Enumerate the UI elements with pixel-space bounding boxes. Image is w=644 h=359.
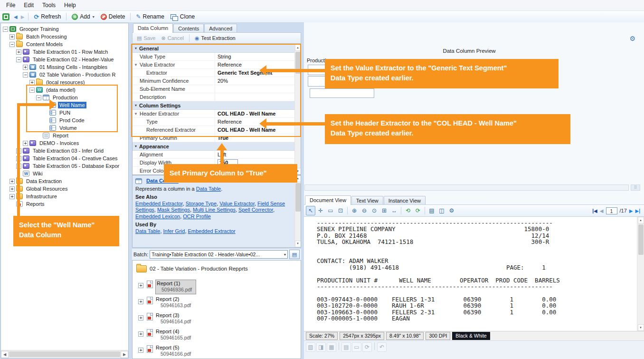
preview-horizontal-scrollbar[interactable]: [304, 184, 629, 191]
tree-expander-icon[interactable]: +: [29, 80, 35, 85]
property-category[interactable]: ▼Appearance: [133, 142, 294, 151]
scrollbar-thumb[interactable]: [9, 351, 120, 357]
settings-wrench-icon[interactable]: ⚙: [629, 35, 635, 42]
scrollbar-thumb[interactable]: [295, 183, 301, 212]
batch-document-item[interactable]: +Report (5)50946166.pdf: [133, 345, 301, 359]
pan-tool-icon[interactable]: ✛: [316, 206, 325, 215]
tab-data-column[interactable]: Data Column: [133, 23, 173, 33]
tree-expander-icon[interactable]: +: [138, 283, 143, 288]
tree-expander-icon[interactable]: +: [9, 34, 15, 39]
zoom-out-icon[interactable]: ⊖: [360, 206, 369, 215]
help-link-data-table[interactable]: Data Table: [135, 228, 160, 234]
forward-icon[interactable]: ▶: [19, 14, 26, 19]
property-category[interactable]: ▼Column Settings: [133, 101, 294, 110]
help-link-data-table[interactable]: Data Table: [196, 186, 221, 192]
tree-node[interactable]: −02 Table Variation - Production R: [1, 71, 127, 78]
help-link-ocr-profile[interactable]: OCR Profile: [183, 213, 211, 219]
tree-expander-icon[interactable]: +: [9, 186, 15, 192]
help-link-storage-type[interactable]: Storage Type: [186, 201, 217, 206]
help-link-embedded-lexicon[interactable]: Embedded Lexicon: [135, 213, 180, 219]
zoom-actual-size-icon[interactable]: ⊙: [369, 206, 379, 215]
tab-advanced[interactable]: Advanced: [204, 24, 237, 33]
scroll-up-icon[interactable]: ▲: [638, 217, 644, 223]
batch-document-item[interactable]: +Report (3)50946164.pdf: [133, 312, 301, 329]
property-value[interactable]: COL HEAD - Well Name: [215, 110, 294, 117]
property-row[interactable]: Value TypeString: [133, 53, 294, 61]
tree-expander-icon[interactable]: −: [16, 57, 21, 62]
help-link-multi-line-settings[interactable]: Multi Line Settings: [193, 207, 236, 213]
add-button[interactable]: Add ▾: [69, 12, 97, 21]
zoom-fit-width-icon[interactable]: ↔: [389, 206, 399, 215]
tree-expander-icon[interactable]: +: [23, 65, 28, 70]
tab-contents[interactable]: Contents: [173, 24, 204, 33]
tree-expander-icon[interactable]: −: [3, 27, 8, 32]
property-row[interactable]: ▼Header ExtractorCOL HEAD - Well Name: [133, 110, 294, 118]
splitter-grip-icon[interactable]: ⁞⁞: [631, 184, 640, 191]
help-scrollbar[interactable]: ▲ ▼: [294, 175, 301, 247]
scrollbar-thumb[interactable]: [638, 224, 644, 255]
tree-expander-icon[interactable]: +: [138, 315, 143, 320]
undo-icon[interactable]: ↶: [377, 342, 387, 352]
tree-expander-icon[interactable]: −: [29, 87, 35, 93]
property-row[interactable]: Primary ColumnTrue: [133, 134, 294, 142]
page-number-input[interactable]: 1: [606, 207, 617, 214]
batch-document-item[interactable]: +Report (2)50946163.pdf: [133, 296, 301, 312]
property-value[interactable]: [215, 93, 294, 101]
batch-folder-row[interactable]: 02 - Table Variation - Production Repprt…: [133, 261, 301, 274]
save-button[interactable]: ▤ Save: [134, 34, 158, 42]
tree-node[interactable]: −Grooper Training: [1, 25, 127, 33]
zoom-in-icon[interactable]: ⊕: [350, 206, 359, 215]
help-link-embedded-extractor[interactable]: Embedded Extractor: [188, 228, 236, 234]
tree-expander-icon[interactable]: +: [9, 194, 15, 199]
help-link-embedded-extractor[interactable]: Embedded Extractor: [135, 201, 183, 206]
tree-expander-icon[interactable]: −: [36, 95, 41, 100]
menu-file[interactable]: File: [2, 1, 19, 10]
document-scrollbar[interactable]: ▲ ▼: [637, 217, 644, 331]
rename-button[interactable]: ✎ Rename: [133, 12, 167, 21]
tree-expander-icon[interactable]: +: [23, 141, 28, 146]
tree-expander-icon[interactable]: −: [9, 42, 15, 47]
deskew-icon[interactable]: ▦: [327, 342, 336, 352]
help-link-value-extractor[interactable]: Value Extractor: [219, 201, 255, 206]
property-row[interactable]: Sub-Element Name: [133, 85, 294, 93]
tree-node[interactable]: +Batch Processing: [1, 33, 127, 40]
select-region-tool-icon[interactable]: ▭: [326, 206, 335, 215]
property-value[interactable]: Left: [215, 151, 294, 158]
tab-document-view[interactable]: Document View: [305, 195, 351, 205]
help-link-spell-corrector[interactable]: Spell Corrector: [238, 207, 273, 213]
help-link-infer-grid[interactable]: Infer Grid: [163, 228, 185, 234]
back-icon[interactable]: ◀: [12, 14, 19, 19]
menu-help[interactable]: Help: [60, 1, 80, 10]
tab-instance-view[interactable]: Instance View: [384, 196, 426, 205]
despeckle-icon[interactable]: ◨: [316, 342, 326, 352]
cancel-button[interactable]: ⊗ Cancel: [159, 34, 186, 42]
property-grid-scrollbar[interactable]: ▲ ▼: [294, 44, 301, 175]
batch-open-button[interactable]: ▤: [289, 250, 300, 259]
tree-node[interactable]: +(local resources): [1, 78, 127, 86]
batch-document-item[interactable]: +Report (4)50946165.pdf: [133, 329, 301, 345]
viewer-settings-icon[interactable]: ⚙: [447, 206, 456, 215]
crop-icon[interactable]: ▭: [352, 342, 361, 352]
save-image-icon[interactable]: ◫: [437, 206, 446, 215]
next-page-icon[interactable]: ▶: [629, 208, 633, 213]
scroll-down-icon[interactable]: ▼: [295, 241, 301, 247]
clone-button[interactable]: Clone: [168, 12, 198, 21]
tree-expander-icon[interactable]: +: [9, 179, 15, 184]
last-page-icon[interactable]: ▶|: [635, 208, 641, 213]
tree-node[interactable]: +01 Missing Cells - Intangibles: [1, 63, 127, 71]
tree-expander-icon[interactable]: +: [138, 331, 143, 337]
tree-node[interactable]: −Content Models: [1, 40, 127, 48]
preview-field[interactable]: [310, 88, 374, 98]
scroll-up-icon[interactable]: ▲: [295, 44, 301, 51]
tree-expander-icon[interactable]: −: [23, 72, 28, 78]
tab-text-view[interactable]: Text View: [351, 196, 383, 205]
first-page-icon[interactable]: |◀: [592, 208, 597, 213]
scroll-left-icon[interactable]: ◀: [1, 351, 9, 358]
rotate-left-icon[interactable]: ⟲: [403, 206, 413, 215]
scroll-down-icon[interactable]: ▼: [638, 324, 644, 331]
print-icon[interactable]: ▤: [427, 206, 436, 215]
property-row[interactable]: Minimum Confidence20%: [133, 77, 294, 85]
tree-node[interactable]: −Production: [1, 94, 127, 101]
help-link-mask-settings[interactable]: Mask Settings: [157, 207, 190, 213]
batch-document-item[interactable]: +Report (1)50946936.pdf: [133, 280, 301, 296]
